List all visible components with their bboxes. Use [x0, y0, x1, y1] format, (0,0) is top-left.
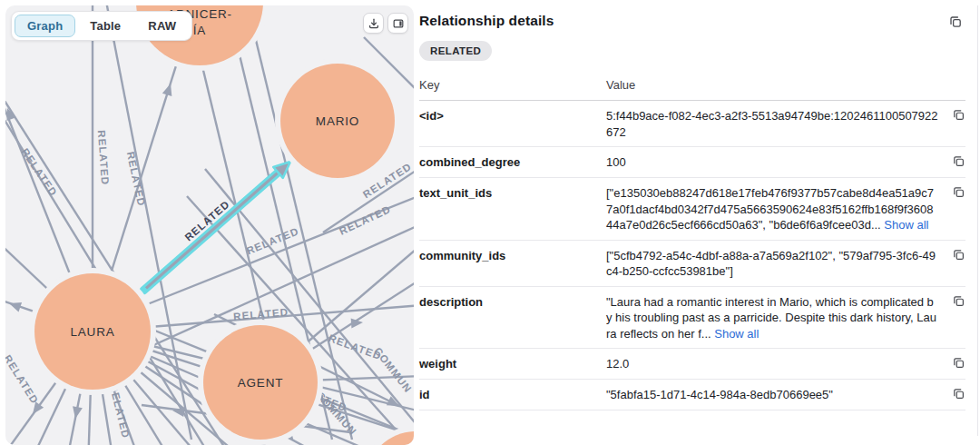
- edge-label: RELATED: [125, 151, 147, 207]
- panel-right-edge: [977, 5, 978, 436]
- edge-label: RELATED: [338, 203, 392, 237]
- property-value-text: 5:f44b9ace-f082-4ec3-a2f3-5513a94749be:1…: [606, 109, 938, 139]
- app-window: RELATEDRELATEDRELATEDRELATEDRELATEDRELAT…: [0, 0, 980, 445]
- copy-value-button[interactable]: [952, 108, 965, 124]
- property-key: community_ids: [419, 248, 606, 263]
- copy-icon: [952, 108, 965, 122]
- copy-icon: [952, 185, 965, 199]
- copy-icon: [952, 356, 965, 370]
- property-key: combined_degree: [419, 154, 606, 170]
- edge-label: RELATED: [5, 353, 41, 406]
- selected-edge[interactable]: [146, 169, 282, 288]
- copy-value-button[interactable]: [952, 185, 965, 202]
- property-value-text: ["5cfb4792-a54c-4dbf-a88a-a7a569a2f102",…: [606, 249, 936, 279]
- property-key: text_unit_ids: [419, 185, 606, 201]
- property-row: weight12.0: [419, 349, 965, 380]
- download-button[interactable]: [363, 13, 384, 34]
- edge-label: COMMUN: [372, 345, 414, 394]
- property-key: <id>: [419, 108, 606, 124]
- property-value: "5fabfa15-1d71-4c14-984a-8edb70669ee5": [606, 387, 938, 403]
- property-row: <id>5:f44b9ace-f082-4ec3-a2f3-5513a94749…: [419, 101, 965, 147]
- property-key: description: [419, 294, 606, 310]
- property-value: ["e135030eb88247d618e17feb476f9377b57cab…: [606, 185, 938, 233]
- copy-value-button[interactable]: [952, 356, 965, 372]
- table-header: Key Value: [419, 74, 965, 101]
- copy-value-button[interactable]: [952, 154, 965, 171]
- tab-raw[interactable]: RAW: [135, 15, 189, 37]
- property-value: 100: [606, 154, 938, 171]
- graph-toolbar: [363, 13, 408, 34]
- copy-icon: [952, 154, 965, 168]
- show-all-link[interactable]: Show all: [714, 327, 759, 341]
- edge-label: RELATED: [96, 130, 111, 186]
- copy-icon: [952, 387, 965, 400]
- key-column-header: Key: [419, 78, 606, 92]
- show-all-link[interactable]: Show all: [884, 218, 928, 232]
- edge-arrowhead-icon: [9, 302, 22, 312]
- graph-canvas[interactable]: RELATEDRELATEDRELATEDRELATEDRELATEDRELAT…: [5, 5, 414, 445]
- property-value: "Laura had a romantic interest in Mario,…: [606, 294, 938, 342]
- node-label: ÍA: [193, 24, 206, 37]
- property-value-text: "Laura had a romantic interest in Mario,…: [606, 295, 936, 341]
- copy-icon: [952, 294, 965, 308]
- properties-table: Key Value <id>5:f44b9ace-f082-4ec3-a2f3-…: [419, 74, 980, 410]
- property-value: 5:f44b9ace-f082-4ec3-a2f3-5513a94749be:1…: [606, 108, 938, 140]
- property-row: text_unit_ids["e135030eb88247d618e17feb4…: [419, 178, 965, 241]
- value-column-header: Value: [606, 78, 938, 92]
- tab-graph[interactable]: Graph: [15, 15, 75, 37]
- copy-icon: [948, 15, 963, 29]
- table-body: <id>5:f44b9ace-f082-4ec3-a2f3-5513a94749…: [419, 101, 965, 410]
- node-label: AGENT: [238, 376, 284, 390]
- graph-panel: RELATEDRELATEDRELATEDRELATEDRELATEDRELAT…: [5, 5, 414, 445]
- edge-label: RELATED: [328, 332, 384, 361]
- copy-value-button[interactable]: [952, 294, 965, 311]
- download-icon: [368, 17, 380, 30]
- tab-table[interactable]: Table: [77, 15, 133, 37]
- edge-arrowhead-icon: [162, 84, 172, 96]
- node-label: LAURA: [70, 325, 114, 339]
- property-value-text: "5fabfa15-1d71-4c14-984a-8edb70669ee5": [606, 388, 833, 401]
- property-value-text: 12.0: [606, 357, 629, 371]
- relationship-details-panel: Relationship details RELATED Key Value <…: [419, 0, 980, 445]
- view-tabs: GraphTableRAW: [11, 11, 192, 41]
- copy-value-button[interactable]: [952, 248, 965, 264]
- property-value-text: 100: [606, 155, 626, 169]
- copy-icon: [952, 248, 965, 262]
- edge-arrowhead-icon: [73, 406, 83, 419]
- panel-toggle-button[interactable]: [387, 13, 408, 34]
- property-key: id: [419, 387, 606, 402]
- property-value: 12.0: [606, 356, 938, 372]
- property-row: id"5fabfa15-1d71-4c14-984a-8edb70669ee5": [419, 380, 965, 410]
- relationship-type-badge: RELATED: [419, 41, 492, 61]
- side-panel-icon: [392, 17, 405, 30]
- property-row: description"Laura had a romantic interes…: [419, 287, 965, 350]
- panel-title: Relationship details: [419, 13, 980, 29]
- node-label: MARIO: [316, 114, 359, 128]
- copy-value-button[interactable]: [952, 387, 965, 403]
- copy-all-button[interactable]: [944, 10, 967, 34]
- property-value: ["5cfb4792-a54c-4dbf-a88a-a7a569a2f102",…: [606, 248, 938, 280]
- property-row: community_ids["5cfb4792-a54c-4dbf-a88a-a…: [419, 241, 965, 287]
- property-key: weight: [419, 356, 606, 371]
- property-row: combined_degree100: [419, 147, 965, 178]
- details-header: Relationship details: [419, 0, 980, 29]
